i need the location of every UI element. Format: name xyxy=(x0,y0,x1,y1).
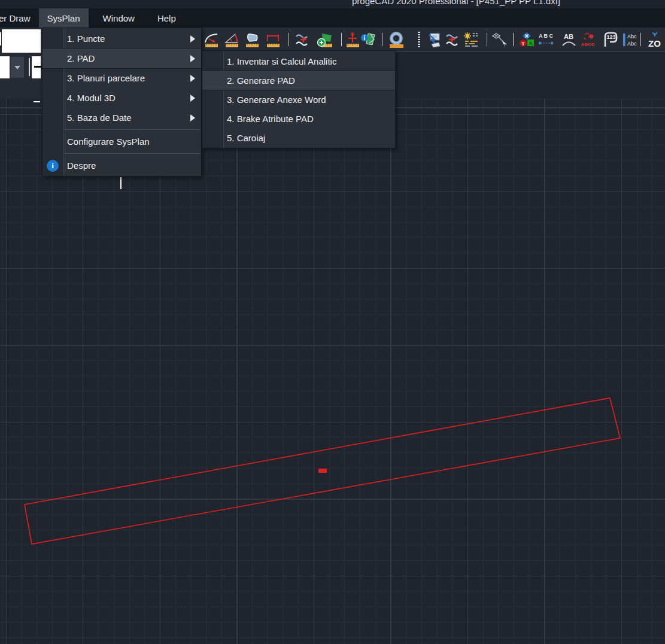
linetype-sample xyxy=(34,66,42,68)
color-combo-partial[interactable] xyxy=(0,56,10,78)
submenu-arrow-icon xyxy=(190,114,195,121)
svg-text:ZO: ZO xyxy=(648,38,661,48)
menu-separator xyxy=(65,129,200,130)
submenu-arrow-icon xyxy=(190,95,195,102)
numbering-icon[interactable]: 123 xyxy=(601,31,618,48)
svg-text:ABCD: ABCD xyxy=(581,42,594,47)
menu-separator xyxy=(65,153,200,154)
submenu-item-caroiaj[interactable]: 5. Caroiaj xyxy=(202,128,395,147)
menu-item-modul-3d[interactable]: 4. Modul 3D xyxy=(42,88,201,108)
menu-item-planuri-parcelare[interactable]: 3. Planuri parcelare xyxy=(42,68,201,88)
pad-submenu: 1. Inventar si Calcul Analitic 2. Genera… xyxy=(202,50,396,148)
wave-add-2-icon[interactable] xyxy=(444,31,460,48)
measure-arc-icon[interactable] xyxy=(203,31,220,48)
measure-angle-icon[interactable] xyxy=(223,31,240,48)
toolbar-separator xyxy=(382,33,382,46)
text-distance-icon[interactable]: A B C xyxy=(538,31,554,48)
toolbar-grip[interactable] xyxy=(418,32,420,47)
combo-dropdown-button[interactable] xyxy=(10,56,25,78)
window-zoom-icon[interactable] xyxy=(426,31,442,48)
menu-item-pad[interactable]: 2. PAD xyxy=(42,48,201,68)
text-scatter-icon[interactable]: ABCD xyxy=(580,31,597,48)
donut-icon[interactable] xyxy=(388,31,405,48)
point-marker-icon[interactable] xyxy=(344,31,361,48)
measure-distance-icon[interactable] xyxy=(265,31,281,48)
svg-text:i: i xyxy=(364,35,366,41)
menu-item-baza-de-date[interactable]: 5. Baza de Date xyxy=(42,108,201,127)
submenu-item-brake-atribute-pad[interactable]: 4. Brake Atribute PAD xyxy=(202,109,395,128)
sysplan-menu: 1. Puncte 2. PAD 3. Planuri parcelare 4.… xyxy=(42,28,202,177)
menubar-item-draw[interactable]: er Draw xyxy=(0,8,39,28)
svg-text:AB: AB xyxy=(564,33,573,40)
submenu-item-inventar-calcul-analitic[interactable]: 1. Inventar si Calcul Analitic xyxy=(202,51,395,71)
chevron-down-icon xyxy=(14,66,20,69)
menu-item-puncte[interactable]: 1. Puncte xyxy=(42,29,201,48)
layer-combo-partial[interactable] xyxy=(2,29,41,53)
snap-grid xyxy=(0,99,665,644)
menubar-item-window[interactable]: Window xyxy=(95,8,143,28)
wave-add-icon[interactable] xyxy=(294,31,311,48)
area-add-icon[interactable] xyxy=(317,31,333,48)
svg-text:A B C: A B C xyxy=(539,33,554,39)
combo-edge xyxy=(0,32,1,45)
toolbar-separator xyxy=(341,33,342,46)
zoom-object-icon[interactable]: ZO xyxy=(646,31,663,48)
submenu-arrow-icon xyxy=(190,35,195,42)
menubar-item-sysplan[interactable]: SysPlan xyxy=(39,8,89,28)
svg-text:Abc: Abc xyxy=(627,41,637,47)
left-toolbar-remnant xyxy=(0,28,42,98)
window-title: progeCAD 2020 Professional - [P451_PP PP… xyxy=(352,0,560,6)
submenu-arrow-icon xyxy=(190,75,195,82)
menu-item-configurare-sysplan[interactable]: Configurare SysPlan xyxy=(42,132,201,151)
submenu-arrow-icon xyxy=(190,55,195,62)
surface-info-icon[interactable]: i xyxy=(360,31,377,48)
submenu-item-generare-anexe-word[interactable]: 3. Generare Anexe Word xyxy=(202,90,395,109)
toolbar-separator xyxy=(640,33,641,46)
svg-text:123: 123 xyxy=(606,34,615,40)
measure-area-icon[interactable] xyxy=(244,31,260,48)
menu-item-despre[interactable]: i Despre xyxy=(42,156,201,175)
point-symbols-icon[interactable]: T A xyxy=(518,31,535,48)
title-bar: progeCAD 2020 Professional - [P451_PP PP… xyxy=(0,0,665,8)
text-arc-icon[interactable]: AB xyxy=(560,31,577,48)
menu-bar: er Draw SysPlan Window Help xyxy=(0,8,665,28)
combo-separator xyxy=(29,58,30,76)
toolbar-separator xyxy=(513,33,514,46)
submenu-item-generare-pad[interactable]: 2. Generare PAD xyxy=(202,71,395,90)
hatch-settings-icon[interactable] xyxy=(463,31,479,48)
toolbar-separator xyxy=(289,33,289,46)
text-style-icon[interactable]: Abc Abc xyxy=(620,31,637,48)
shape-pointer-icon[interactable] xyxy=(491,31,508,48)
svg-text:A: A xyxy=(529,41,533,46)
menubar-item-help[interactable]: Help xyxy=(149,8,184,28)
info-icon: i xyxy=(47,160,59,172)
svg-text:Abc: Abc xyxy=(627,34,637,40)
toolbar-separator xyxy=(487,33,487,46)
svg-text:T: T xyxy=(522,41,525,47)
